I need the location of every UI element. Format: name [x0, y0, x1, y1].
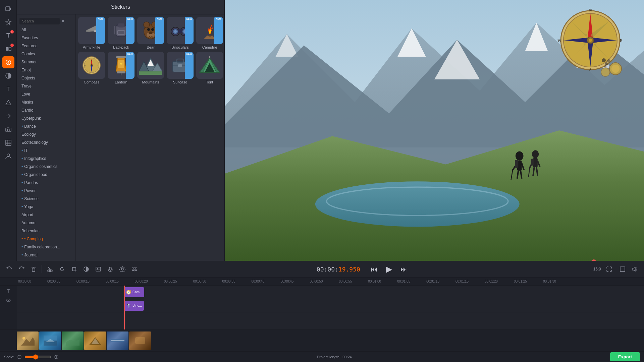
sticker-mountains[interactable]: Mountains	[137, 52, 164, 84]
clip-settings-button[interactable]	[129, 264, 140, 275]
rotate-button[interactable]	[57, 264, 67, 275]
cat-favorites[interactable]: Favorites	[17, 34, 75, 42]
panel-title: Stickers	[17, 0, 224, 14]
svg-point-27	[149, 32, 153, 34]
settings-button[interactable]	[117, 264, 128, 275]
sticker-backpack[interactable]: NEW Backpack	[108, 17, 135, 49]
crop-button[interactable]	[69, 264, 79, 275]
transitions-icon[interactable]: 1	[2, 43, 14, 55]
cut-button[interactable]	[45, 264, 55, 275]
titles-icon[interactable]: T 1	[2, 29, 14, 42]
svg-point-105	[605, 62, 608, 65]
cat-ecology[interactable]: Ecology	[17, 130, 75, 138]
video-icon[interactable]	[2, 3, 14, 15]
cat-journal[interactable]: Journal	[17, 251, 75, 259]
timeline-ruler: 00:00:00 00:00:05 00:00:10 00:00:15 00:0…	[0, 278, 644, 286]
clip-label: Binc...	[132, 304, 142, 307]
svg-rect-52	[139, 71, 162, 75]
motion-icon[interactable]	[2, 110, 14, 122]
ruler-tick: 00:01:05	[397, 280, 410, 283]
camera-icon[interactable]	[2, 123, 14, 135]
cat-bohemian[interactable]: Bohemian	[17, 227, 75, 235]
stickers-icon[interactable]	[2, 56, 14, 68]
image-button[interactable]	[93, 264, 104, 275]
audio-button[interactable]	[105, 264, 116, 275]
cat-masks[interactable]: Masks	[17, 98, 75, 106]
timeline-playhead[interactable]	[124, 286, 125, 329]
cat-infographics[interactable]: Infographics	[17, 155, 75, 163]
undo-button[interactable]	[4, 264, 15, 275]
cat-dance[interactable]: Dance	[17, 122, 75, 130]
volume-button[interactable]	[629, 264, 640, 275]
cat-family[interactable]: Family celebration...	[17, 243, 75, 251]
cat-comics[interactable]: Comics	[17, 50, 75, 58]
playback-controls: ⏮ ▶ ⏭	[368, 263, 410, 275]
text-track-icon[interactable]: T	[7, 288, 10, 294]
cat-pandas[interactable]: Pandas	[17, 179, 75, 187]
svg-marker-5	[6, 100, 11, 105]
cat-airport[interactable]: Airport	[17, 211, 75, 219]
cat-love[interactable]: Love	[17, 90, 75, 98]
sticker-bear[interactable]: NEW Bear	[137, 17, 164, 49]
binoculars-clip[interactable]: 🔭 Binc...	[124, 301, 144, 311]
redo-button[interactable]	[16, 264, 27, 275]
search-input[interactable]	[19, 18, 60, 24]
play-button[interactable]: ▶	[383, 263, 395, 275]
cat-objects[interactable]: Objects	[17, 74, 75, 82]
compass-clip[interactable]: 🧭 Com...	[124, 287, 144, 297]
cat-summer1[interactable]: Summer	[17, 58, 75, 66]
shapes-icon[interactable]	[2, 97, 14, 109]
ruler-tick: 00:00:45	[280, 280, 293, 283]
cat-cardio[interactable]: Cardio	[17, 106, 75, 114]
svg-point-106	[607, 59, 610, 63]
toolbar-separator	[42, 265, 42, 273]
cat-all[interactable]: All	[17, 26, 75, 34]
cat-emoji[interactable]: Emoji	[17, 66, 75, 74]
cat-cyberpunk[interactable]: Cyberpunk	[17, 114, 75, 122]
export-button[interactable]: Export	[610, 352, 640, 361]
expand-button[interactable]	[604, 264, 614, 275]
sticker-lantern[interactable]: NEW Lantern	[108, 52, 135, 84]
svg-rect-8	[6, 140, 11, 145]
sticker-binoculars[interactable]: NEW Binoculars	[167, 17, 194, 49]
cat-camping[interactable]: • Camping	[17, 235, 75, 243]
fullscreen-button[interactable]	[617, 264, 628, 275]
svg-rect-46	[117, 71, 125, 73]
film-thumb-3	[62, 331, 84, 350]
cat-ecotechnology[interactable]: Ecotechnology	[17, 138, 75, 146]
sticker-campfire[interactable]: NEW Campfire	[196, 17, 223, 49]
cat-travel[interactable]: Travel	[17, 82, 75, 90]
cat-power[interactable]: Power	[17, 187, 75, 195]
cat-yoga[interactable]: Yoga	[17, 203, 75, 211]
text-tool-icon[interactable]: T	[2, 83, 14, 95]
cat-autumn[interactable]: Autumn	[17, 219, 75, 227]
category-search: ✕	[17, 16, 75, 26]
visibility-icon[interactable]	[6, 298, 11, 304]
color-grade-icon[interactable]	[2, 70, 14, 82]
sticker-army-knife[interactable]: NEW Army knife	[78, 17, 105, 49]
grid-overlay-icon[interactable]	[2, 137, 14, 149]
skip-forward-button[interactable]: ⏭	[398, 263, 410, 275]
ruler-tick: 00:00:40	[252, 280, 265, 283]
cat-featured[interactable]: Featured	[17, 42, 75, 50]
search-clear-icon[interactable]: ✕	[61, 18, 65, 24]
user-icon[interactable]	[2, 150, 14, 162]
tracks-container: 🧭 Com... 🔭 Binc...	[17, 286, 644, 329]
skip-back-button[interactable]: ⏮	[368, 263, 380, 275]
cat-science[interactable]: Science	[17, 195, 75, 203]
ruler-tick: 00:00:15	[106, 280, 119, 283]
svg-rect-142	[135, 337, 145, 344]
cat-organic-food[interactable]: Organic food	[17, 171, 75, 179]
scale-slider[interactable]	[24, 354, 51, 360]
cat-it[interactable]: IT	[17, 146, 75, 155]
delete-button[interactable]	[28, 264, 39, 275]
cat-organic-cosmetics[interactable]: Organic cosmetics	[17, 163, 75, 171]
svg-text:N: N	[589, 7, 592, 12]
effects-icon[interactable]	[2, 16, 14, 28]
ruler-tick: 00:00:50	[310, 280, 323, 283]
color-button[interactable]	[81, 264, 92, 275]
sticker-tent[interactable]: Tent	[196, 52, 223, 84]
film-thumb-6	[129, 331, 151, 350]
sticker-suitcase[interactable]: NEW Suitcase	[167, 52, 194, 84]
sticker-compass[interactable]: NSWE Compass	[78, 52, 105, 84]
